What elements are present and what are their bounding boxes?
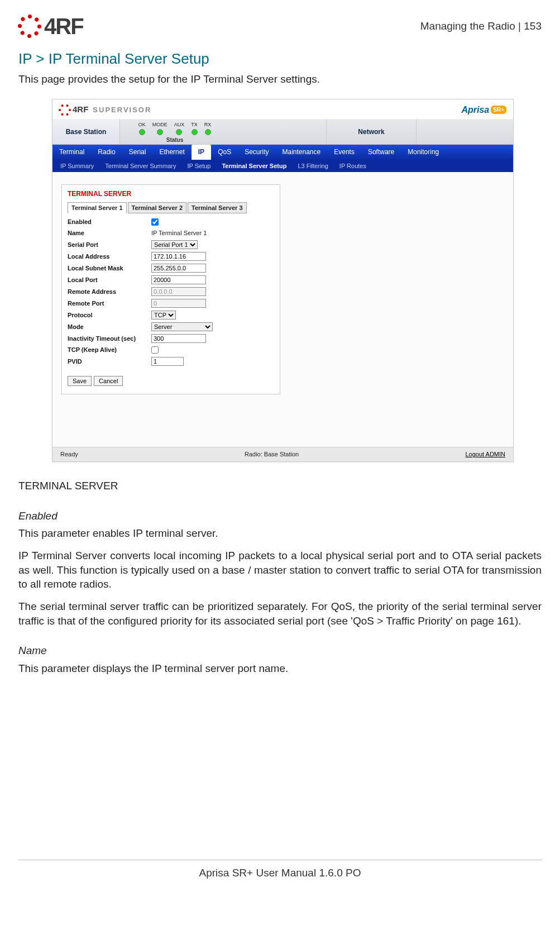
checkbox-tcp-keep[interactable] bbox=[151, 346, 159, 354]
heading-name: Name bbox=[18, 643, 542, 658]
main-nav: Terminal Radio Serial Ethernet IP QoS Se… bbox=[52, 145, 513, 159]
input-remote-address[interactable] bbox=[151, 287, 206, 296]
nav-radio[interactable]: Radio bbox=[91, 145, 122, 159]
led-label: AUX bbox=[174, 121, 185, 128]
section-title: IP > IP Terminal Server Setup bbox=[18, 49, 542, 69]
status-center: Radio: Base Station bbox=[245, 450, 299, 459]
status-ready: Ready bbox=[60, 450, 78, 459]
heading-enabled: Enabled bbox=[18, 509, 542, 523]
label-local-port: Local Port bbox=[68, 276, 151, 284]
inner-tabs: Terminal Server 1 Terminal Server 2 Term… bbox=[68, 202, 274, 214]
nav-ip[interactable]: IP bbox=[192, 145, 211, 159]
status-caption: Status bbox=[166, 136, 184, 144]
aprisa-pill: SR+ bbox=[491, 106, 506, 115]
label-tcp-keep: TCP (Keep Alive) bbox=[68, 346, 151, 354]
para-enabled-2: IP Terminal Server converts local incomi… bbox=[18, 549, 542, 592]
status-block: OK MODE AUX TX RX Status bbox=[120, 120, 229, 145]
supervisor-brand: 4RF bbox=[73, 104, 88, 115]
input-pvid[interactable] bbox=[151, 357, 184, 366]
input-local-subnet[interactable] bbox=[151, 264, 206, 273]
select-serial-port[interactable]: Serial Port 1 bbox=[151, 240, 198, 249]
input-local-port[interactable] bbox=[151, 275, 206, 284]
nav-qos[interactable]: QoS bbox=[211, 145, 238, 159]
label-protocol: Protocol bbox=[68, 311, 151, 320]
led-icon bbox=[205, 129, 211, 135]
input-local-address[interactable] bbox=[151, 252, 206, 261]
content-area: TERMINAL SERVER Terminal Server 1 Termin… bbox=[52, 172, 513, 447]
nav-ethernet[interactable]: Ethernet bbox=[152, 145, 191, 159]
label-remote-address: Remote Address bbox=[68, 288, 151, 296]
app-header: 4RF SUPERVISOR Aprisa SR+ bbox=[52, 99, 513, 120]
led-icon bbox=[192, 129, 198, 135]
label-local-subnet: Local Subnet Mask bbox=[68, 264, 151, 273]
led-label: TX bbox=[191, 121, 198, 128]
led-icon bbox=[176, 129, 182, 135]
label-local-address: Local Address bbox=[68, 252, 151, 261]
cancel-button[interactable]: Cancel bbox=[94, 376, 123, 386]
nav-maintenance[interactable]: Maintenance bbox=[276, 145, 328, 159]
app-window: 4RF SUPERVISOR Aprisa SR+ Base Station O… bbox=[52, 99, 514, 462]
subnav-ip-summary[interactable]: IP Summary bbox=[55, 160, 99, 173]
device-tab[interactable]: Base Station bbox=[52, 120, 120, 144]
para-enabled-3: The serial terminal server traffic can b… bbox=[18, 599, 542, 628]
logout-link[interactable]: Logout ADMIN bbox=[465, 450, 505, 459]
label-inactivity: Inactivity Timeout (sec) bbox=[68, 335, 151, 343]
footer-text: Aprisa SR+ User Manual 1.6.0 PO bbox=[18, 860, 542, 880]
nav-terminal[interactable]: Terminal bbox=[52, 145, 91, 159]
aprisa-badge: Aprisa SR+ bbox=[461, 104, 506, 116]
label-pvid: PVID bbox=[68, 357, 151, 366]
tab-ts2[interactable]: Terminal Server 2 bbox=[128, 202, 187, 214]
supervisor-logo: 4RF SUPERVISOR bbox=[59, 104, 151, 115]
subnav-ts-setup[interactable]: Terminal Server Setup bbox=[216, 160, 292, 173]
label-enabled: Enabled bbox=[68, 218, 151, 226]
status-bar: Ready Radio: Base Station Logout ADMIN bbox=[52, 447, 513, 461]
led-icon bbox=[139, 129, 145, 135]
aprisa-text: Aprisa bbox=[461, 104, 489, 116]
input-inactivity[interactable] bbox=[151, 334, 206, 343]
nav-security[interactable]: Security bbox=[238, 145, 275, 159]
network-tab[interactable]: Network bbox=[326, 120, 417, 144]
logo-text: 4RF bbox=[44, 11, 83, 41]
label-name: Name bbox=[68, 229, 151, 237]
led-icon bbox=[157, 129, 163, 135]
terminal-server-panel: TERMINAL SERVER Terminal Server 1 Termin… bbox=[61, 184, 280, 394]
tab-ts3[interactable]: Terminal Server 3 bbox=[188, 202, 247, 214]
select-protocol[interactable]: TCP bbox=[151, 311, 176, 320]
checkbox-enabled[interactable] bbox=[151, 218, 159, 226]
subnav-ip-routes[interactable]: IP Routes bbox=[334, 160, 372, 173]
sub-nav: IP Summary Terminal Server Summary IP Se… bbox=[52, 160, 513, 173]
label-mode: Mode bbox=[68, 323, 151, 331]
para-enabled-1: This parameter enables IP terminal serve… bbox=[18, 526, 542, 541]
logo-4rf: 4RF bbox=[18, 11, 83, 41]
tab-ts1[interactable]: Terminal Server 1 bbox=[68, 202, 127, 214]
led-label: OK bbox=[138, 121, 146, 128]
input-remote-port[interactable] bbox=[151, 299, 206, 308]
subnav-ip-setup[interactable]: IP Setup bbox=[181, 160, 216, 173]
select-mode[interactable]: Server bbox=[151, 322, 213, 331]
para-name: This parameter displays the IP terminal … bbox=[18, 661, 542, 676]
label-remote-port: Remote Port bbox=[68, 299, 151, 308]
led-label: RX bbox=[204, 121, 212, 128]
value-name: IP Terminal Server 1 bbox=[151, 229, 207, 237]
nav-monitoring[interactable]: Monitoring bbox=[401, 145, 446, 159]
header-right: Managing the Radio | 153 bbox=[420, 19, 542, 34]
burst-icon bbox=[18, 15, 41, 37]
supervisor-text: SUPERVISOR bbox=[93, 105, 151, 115]
device-bar: Base Station OK MODE AUX TX RX Status Ne… bbox=[52, 120, 513, 145]
label-serial-port: Serial Port bbox=[68, 241, 151, 249]
heading-terminal-server: TERMINAL SERVER bbox=[18, 479, 542, 493]
panel-title: TERMINAL SERVER bbox=[68, 189, 274, 198]
subnav-ts-summary[interactable]: Terminal Server Summary bbox=[99, 160, 181, 173]
nav-events[interactable]: Events bbox=[327, 145, 361, 159]
nav-serial[interactable]: Serial bbox=[122, 145, 153, 159]
burst-icon bbox=[59, 104, 70, 116]
nav-software[interactable]: Software bbox=[361, 145, 401, 159]
led-label: MODE bbox=[152, 121, 167, 128]
save-button[interactable]: Save bbox=[68, 376, 92, 386]
subnav-l3-filtering[interactable]: L3 Filtering bbox=[292, 160, 333, 173]
intro-text: This page provides the setup for the IP … bbox=[18, 72, 542, 87]
